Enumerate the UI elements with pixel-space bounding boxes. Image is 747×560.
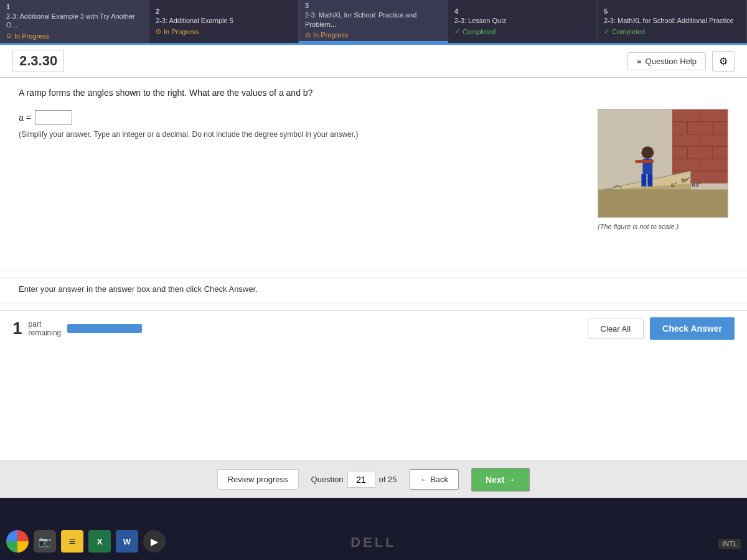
section-header: 2.3.30 ≡ Question Help ⚙ [0, 45, 747, 78]
back-button[interactable]: ← Back [410, 469, 459, 490]
nav-item-4-status: ✓ Completed [454, 27, 591, 35]
bottom-controls: 1 part remaining Clear All Check Answer [0, 310, 747, 346]
nav-item-5[interactable]: 5 2-3: MathXL for School: Additional Pra… [598, 0, 747, 43]
status-icon-3: ⊙ [305, 31, 311, 39]
question-navigator: Question of 25 [311, 472, 397, 488]
answer-section: a = (Simplify your answer. Type an integ… [19, 110, 430, 139]
problem-area: A ramp forms the angles shown to the rig… [0, 78, 747, 264]
question-label: Question [311, 475, 344, 484]
problem-left: A ramp forms the angles shown to the rig… [19, 88, 430, 258]
nav-item-3-title: 2-3: MathXL for School: Practice and Pro… [305, 11, 441, 29]
taskbar: 📷 ≡ X W ▶ DELL INTL [0, 523, 747, 560]
instruction-text: Enter your answer in the answer box and … [19, 284, 258, 294]
nav-item-1[interactable]: 1 2-3: Additional Example 3 with Try Ano… [0, 0, 149, 43]
answer-hint: (Simplify your answer. Type an integer o… [19, 130, 430, 139]
divider-2 [0, 304, 747, 304]
word-icon[interactable]: W [116, 530, 138, 553]
check-answer-button[interactable]: Check Answer [650, 317, 735, 340]
svg-point-19 [641, 146, 654, 159]
part-number: 1 [12, 319, 22, 338]
question-total: of 25 [379, 475, 397, 484]
nav-item-1-title: 2-3: Additional Example 3 with Try Anoth… [6, 12, 143, 30]
intl-badge: INTL [718, 539, 741, 549]
progress-bar [67, 324, 142, 333]
divider-1 [0, 271, 747, 271]
camera-icon[interactable]: 📷 [34, 530, 56, 553]
nav-item-1-number: 1 [6, 3, 143, 11]
status-icon-4: ✓ [454, 27, 460, 35]
dell-logo: DELL [350, 534, 396, 551]
status-icon-5: ✓ [604, 27, 609, 35]
review-progress-button[interactable]: Review progress [217, 469, 299, 490]
nav-item-4-title: 2-3: Lesson Quiz [454, 16, 591, 25]
nav-item-3-status: ⊙ In Progress [305, 31, 441, 39]
status-icon-1: ⊙ [6, 32, 12, 40]
ramp-image-container: 63° a° b° (The figure is not to scale.) [598, 109, 735, 233]
status-icon-2: ⊙ [156, 27, 161, 35]
nav-item-3-number: 3 [305, 2, 441, 9]
part-label: part remaining [29, 320, 62, 337]
settings-button[interactable]: ⚙ [712, 51, 735, 72]
camera-symbol: 📷 [39, 536, 51, 548]
header-actions: ≡ Question Help ⚙ [627, 51, 735, 72]
svg-rect-21 [641, 174, 646, 187]
nav-item-2[interactable]: 2 2-3: Additional Example 5 ⊙ In Progres… [149, 0, 299, 43]
top-navigation: 1 2-3: Additional Example 3 with Try Ano… [0, 0, 747, 45]
clear-all-button[interactable]: Clear All [588, 319, 644, 339]
instruction-bar: Enter your answer in the answer box and … [0, 278, 747, 297]
nav-item-2-number: 2 [156, 7, 292, 15]
question-number-input[interactable] [347, 472, 375, 488]
next-button[interactable]: Next → [471, 468, 530, 492]
nav-item-2-status: ⊙ In Progress [156, 27, 292, 35]
nav-item-5-title: 2-3: MathXL for School: Additional Pract… [604, 16, 740, 25]
action-buttons: Clear All Check Answer [588, 317, 735, 340]
navigation-bar: Review progress Question of 25 ← Back Ne… [0, 460, 747, 498]
excel-icon[interactable]: X [88, 530, 111, 553]
section-number: 2.3.30 [12, 50, 64, 72]
question-help-button[interactable]: ≡ Question Help [627, 52, 706, 70]
svg-text:63°: 63° [692, 181, 701, 188]
nav-item-1-status: ⊙ In Progress [6, 32, 143, 40]
play-icon[interactable]: ▶ [143, 530, 166, 553]
svg-rect-22 [647, 174, 652, 187]
answer-label: a = [19, 113, 31, 123]
nav-item-2-title: 2-3: Additional Example 5 [156, 16, 292, 25]
problem-text: A ramp forms the angles shown to the rig… [19, 88, 430, 98]
main-content: 2.3.30 ≡ Question Help ⚙ A ramp forms th… [0, 45, 747, 460]
svg-rect-23 [636, 160, 654, 163]
files-icon[interactable]: ≡ [61, 530, 83, 553]
nav-item-4[interactable]: 4 2-3: Lesson Quiz ✓ Completed [448, 0, 598, 43]
ramp-diagram: 63° a° b° [598, 109, 728, 218]
nav-item-5-status: ✓ Completed [604, 27, 740, 35]
gear-icon: ⚙ [719, 56, 728, 67]
figure-note: (The figure is not to scale.) [598, 223, 735, 230]
parts-info: 1 part remaining [12, 319, 142, 338]
answer-row: a = [19, 110, 430, 125]
list-icon: ≡ [637, 57, 642, 66]
answer-input[interactable] [35, 110, 72, 125]
nav-item-3[interactable]: 3 2-3: MathXL for School: Practice and P… [299, 0, 448, 43]
nav-item-5-number: 5 [604, 7, 740, 15]
chrome-icon[interactable] [6, 530, 29, 553]
nav-item-4-number: 4 [454, 7, 591, 15]
svg-text:b°: b° [682, 177, 687, 184]
svg-rect-13 [598, 190, 728, 217]
svg-text:a°: a° [671, 181, 677, 188]
